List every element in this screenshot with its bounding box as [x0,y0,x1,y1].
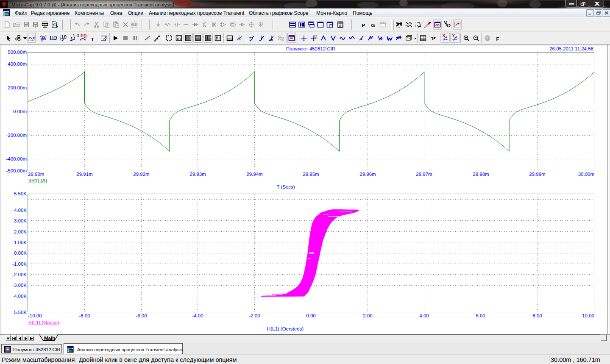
svg-text:-2.00: -2.00 [249,313,260,318]
svg-text:-6.00: -6.00 [136,313,147,318]
svg-text:'P': 'P' [431,36,436,41]
svg-text:2.00K: 2.00K [14,229,27,234]
svg-text:29.91m: 29.91m [76,172,92,177]
svg-text:0.00: 0.00 [306,313,315,318]
svg-text:2.00: 2.00 [363,313,372,318]
svg-text:29.90m: 29.90m [28,172,44,177]
svg-text:Micro-Cap 9.0.7.0 @ - [Анализ: Micro-Cap 9.0.7.0 @ - [Анализ переходных… [11,2,174,7]
svg-text:29.94m: 29.94m [246,172,262,177]
svg-text:-200.00m: -200.00m [6,133,27,138]
svg-text:I(R1) (A): I(R1) (A) [28,178,47,183]
svg-text:F(): F() [81,33,87,38]
svg-text:4.00: 4.00 [419,313,429,318]
svg-text:X: X [442,33,446,38]
svg-text:30.00m: 30.00m [578,172,594,177]
svg-text:T (Secs): T (Secs) [276,184,295,189]
svg-text:4.00K: 4.00K [14,208,27,213]
svg-text:8.00: 8.00 [532,313,542,318]
svg-text:-10.00: -10.00 [28,313,42,318]
svg-text:6.00: 6.00 [476,313,485,318]
svg-text:All: All [131,22,138,27]
svg-text:B(L1) (Gauss): B(L1) (Gauss) [28,320,59,325]
svg-text:Main: Main [44,336,55,341]
svg-text:HD: HD [50,35,57,40]
svg-text:3.00K: 3.00K [14,218,27,223]
svg-text:29.95m: 29.95m [303,172,319,177]
svg-text:-1.00K: -1.00K [12,261,27,267]
svg-text:D: D [447,23,451,28]
svg-text:-3.00K: -3.00K [12,283,27,288]
svg-text:0.00K: 0.00K [14,250,27,256]
svg-text:200.00m: 200.00m [8,85,27,90]
svg-text:Y: Y [452,33,455,38]
svg-text:T: T [91,37,94,42]
svg-text:29.98m: 29.98m [473,172,489,177]
svg-text:-8.00: -8.00 [79,313,90,318]
svg-text:0.00m: 0.00m [13,109,27,114]
svg-text:1.0: 1.0 [72,33,79,38]
svg-text:29.99m: 29.99m [529,172,545,177]
svg-text:10: 10 [61,34,67,39]
svg-text:29.97m: 29.97m [416,172,432,177]
svg-text:29.92m: 29.92m [133,172,149,177]
svg-text:29.93m: 29.93m [189,172,206,177]
svg-text:29.96m: 29.96m [359,172,376,177]
svg-text:10.00: 10.00 [582,313,594,318]
svg-text:1.00K: 1.00K [14,240,27,245]
svg-text:500.00m: 500.00m [8,50,27,55]
svg-text:H(L1) (Oersteds): H(L1) (Oersteds) [267,326,304,331]
svg-text:F: F [496,36,499,42]
svg-text:400.00m: 400.00m [8,61,27,67]
svg-text:-4.00: -4.00 [192,313,203,318]
svg-text:5.50K: 5.50K [14,191,27,196]
svg-text:-2.00K: -2.00K [12,272,27,277]
svg-text:P: P [362,23,365,28]
svg-text:-5.50K: -5.50K [12,310,27,315]
svg-text:-400.00m: -400.00m [6,156,27,161]
svg-text:G: G [371,23,375,28]
svg-text:-4.00K: -4.00K [12,294,27,299]
svg-text:Полумост 452812.CIR: Полумост 452812.CIR [286,46,336,51]
svg-text:-500.00m: -500.00m [6,168,27,173]
svg-text:26.05.2011 11:24:58: 26.05.2011 11:24:58 [549,46,593,51]
